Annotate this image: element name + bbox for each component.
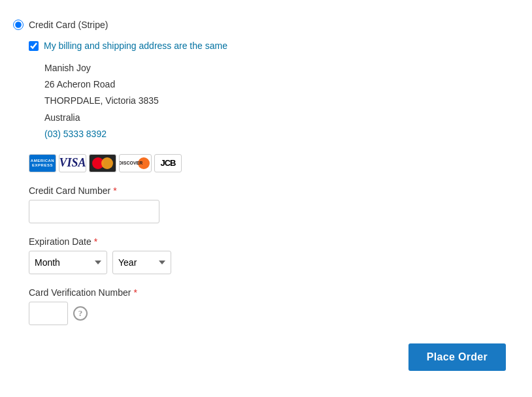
visa-icon: VISA: [59, 154, 86, 172]
credit-card-radio[interactable]: [13, 20, 24, 30]
cvv-row: ?: [29, 302, 519, 325]
page-footer: Place Order: [408, 343, 506, 371]
month-select[interactable]: Month 01 02 03 04 05 06 07 08 09 10 11 1…: [29, 251, 107, 274]
expiration-date-field: Expiration Date * Month 01 02 03 04 05 0…: [29, 236, 519, 274]
address-country: Australia: [44, 110, 519, 126]
card-number-required: *: [113, 185, 116, 196]
payment-method-header: Credit Card (Stripe): [13, 20, 519, 30]
cvv-input[interactable]: [29, 302, 68, 325]
address-block: Manish Joy 26 Acheron Road THORPDALE, Vi…: [44, 60, 519, 142]
billing-same-label: My billing and shipping address are the …: [44, 40, 227, 51]
place-order-button[interactable]: Place Order: [408, 343, 506, 371]
address-city-state: THORPDALE, Victoria 3835: [44, 93, 519, 109]
expiration-date-label: Expiration Date *: [29, 236, 519, 247]
payment-section: Credit Card (Stripe) My billing and ship…: [13, 13, 519, 345]
address-phone: (03) 5333 8392: [44, 126, 519, 142]
card-number-field: Credit Card Number *: [29, 185, 519, 223]
billing-same-checkbox[interactable]: [29, 41, 39, 51]
card-icons-row: AMERICAN EXPRESS VISA DISCOVER JCB: [29, 154, 519, 172]
mastercard-icon: [89, 154, 116, 172]
cvv-field: Card Verification Number * ?: [29, 287, 519, 325]
card-number-label: Credit Card Number *: [29, 185, 519, 196]
payment-method-label: Credit Card (Stripe): [29, 20, 108, 30]
amex-icon: AMERICAN EXPRESS: [29, 154, 56, 172]
card-number-input[interactable]: [29, 200, 159, 223]
address-street: 26 Acheron Road: [44, 76, 519, 93]
cvv-help-icon[interactable]: ?: [73, 306, 88, 321]
cvv-required: *: [133, 287, 137, 298]
billing-section: My billing and shipping address are the …: [29, 40, 519, 325]
address-name: Manish Joy: [44, 60, 519, 76]
cvv-label: Card Verification Number *: [29, 287, 519, 298]
jcb-icon: JCB: [154, 154, 182, 172]
year-select[interactable]: Year 2024 2025 2026 2027 2028 2029 2030 …: [112, 251, 171, 274]
billing-same-row: My billing and shipping address are the …: [29, 40, 519, 51]
expiry-row: Month 01 02 03 04 05 06 07 08 09 10 11 1…: [29, 251, 519, 274]
expiration-required: *: [94, 236, 97, 247]
discover-icon: DISCOVER: [119, 154, 152, 172]
